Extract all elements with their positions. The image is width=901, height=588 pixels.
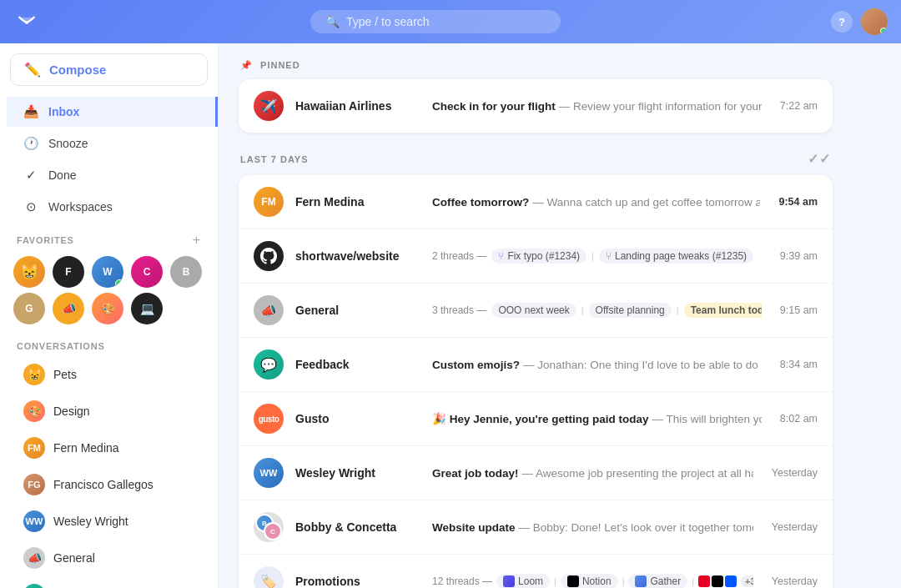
pin-icon: 📌 xyxy=(240,60,253,70)
email-body: 2 threads — ⑂ Fix typo (#1234) | ⑂ Landi… xyxy=(432,249,762,264)
email-subject: Great job today! xyxy=(432,467,519,480)
favorite-avatar-3[interactable]: W xyxy=(92,256,123,288)
favorites-section-label: FAVORITES + xyxy=(0,223,218,253)
conv-item-general[interactable]: 📣 General xyxy=(7,540,211,575)
favorite-avatar-6[interactable]: G xyxy=(13,293,45,324)
conv-label: General xyxy=(53,551,95,565)
email-avatar: gusto xyxy=(254,404,284,434)
add-favorite-button[interactable]: + xyxy=(193,233,201,248)
sidebar: ✏️ Compose 📥 Inbox 🕐 Snooze ✓ Done ⊙ Wor… xyxy=(0,43,219,588)
email-body: 🎉 Hey Jennie, you're getting paid today … xyxy=(432,412,762,425)
thread-badge: OOO next week xyxy=(491,303,576,318)
inbox-icon: 📥 xyxy=(23,104,38,119)
thread-count: 12 threads — xyxy=(432,575,492,587)
thread-badge: ⑂ Fix typo (#1234) xyxy=(491,249,586,264)
conv-item-pets[interactable]: 😸 Pets xyxy=(7,357,211,392)
email-avatar: B C xyxy=(254,512,284,542)
favorite-avatar-7[interactable]: 📣 xyxy=(53,293,84,324)
conv-avatar-fern: FM xyxy=(23,437,45,459)
promo-more-badge: +3 xyxy=(741,575,753,587)
favorite-avatar-1[interactable]: 😸 xyxy=(13,256,45,288)
email-row[interactable]: 💬 Feedback Custom emojis? — Jonathan: On… xyxy=(239,338,833,392)
pinned-label: 📌 PINNED xyxy=(240,60,300,71)
favorite-avatar-8[interactable]: 🎨 xyxy=(92,293,123,324)
search-icon: 🔍 xyxy=(325,15,340,28)
email-time: 9:39 am xyxy=(780,250,818,262)
email-avatar: ✈️ xyxy=(254,91,284,121)
topbar-actions: ? xyxy=(831,8,888,35)
sidebar-item-workspaces[interactable]: ⊙ Workspaces xyxy=(7,192,211,222)
email-row[interactable]: ✈️ Hawaiian Airlines Check in for your f… xyxy=(239,79,833,133)
email-sender: Feedback xyxy=(295,358,420,371)
email-body: 12 threads — Loom | Notion | xyxy=(432,574,753,588)
conv-label: Fern Medina xyxy=(53,441,119,455)
sidebar-item-label: Done xyxy=(48,168,76,182)
email-time: 8:02 am xyxy=(780,413,818,425)
help-button[interactable]: ? xyxy=(831,11,853,33)
email-row[interactable]: gusto Gusto 🎉 Hey Jennie, you're getting… xyxy=(239,392,833,446)
email-row[interactable]: shortwave/website 2 threads — ⑂ Fix typo… xyxy=(239,229,833,284)
workspaces-icon: ⊙ xyxy=(23,199,38,214)
last7days-section-header: LAST 7 DAYS ✓✓ xyxy=(239,151,833,167)
email-preview: — Bobby: Done! Let's look over it togeth… xyxy=(519,521,753,534)
email-row[interactable]: B C Bobby & Concetta Website update — Bo… xyxy=(239,500,833,555)
conv-item-bobby[interactable]: BT Bobby Tables xyxy=(7,577,211,588)
email-row[interactable]: FM Fern Medina Coffee tomorrow? — Wanna … xyxy=(239,175,833,229)
email-avatar: WW xyxy=(254,458,284,488)
favorite-avatar-9[interactable]: 💻 xyxy=(131,293,163,324)
email-row[interactable]: 📣 General 3 threads — OOO next week | Of… xyxy=(239,284,833,338)
email-time: 9:15 am xyxy=(780,304,818,316)
content-area: 📌 PINNED ✈️ Hawaiian Airlines Check in f… xyxy=(219,43,901,588)
email-avatar: 🏷️ xyxy=(254,566,284,588)
sidebar-item-done[interactable]: ✓ Done xyxy=(7,160,211,190)
thread-badge: Team lunch today! xyxy=(684,303,762,318)
conv-label: Wesley Wright xyxy=(53,515,128,528)
email-body: Great job today! — Awesome job presentin… xyxy=(432,467,753,480)
mark-all-read-button[interactable]: ✓✓ xyxy=(808,151,831,167)
last7days-label: LAST 7 DAYS xyxy=(240,154,309,164)
email-subject: Check in for your flight xyxy=(432,100,556,113)
main-layout: ✏️ Compose 📥 Inbox 🕐 Snooze ✓ Done ⊙ Wor… xyxy=(0,43,901,588)
thread-badge: Offsite planning xyxy=(589,303,672,318)
conv-item-fern[interactable]: FM Fern Medina xyxy=(7,430,211,465)
search-placeholder: Type / to search xyxy=(346,15,430,28)
favorite-avatar-5[interactable]: B xyxy=(170,256,202,288)
email-time: Yesterday xyxy=(772,521,818,533)
email-body: Coffee tomorrow? — Wanna catch up and ge… xyxy=(432,196,760,209)
conv-item-design[interactable]: 🎨 Design xyxy=(7,394,211,429)
online-indicator xyxy=(880,28,887,34)
conv-label: Pets xyxy=(53,368,77,381)
compose-button[interactable]: ✏️ Compose xyxy=(10,53,208,86)
pinned-section-header: 📌 PINNED xyxy=(239,60,833,71)
email-sender: Fern Medina xyxy=(295,195,420,209)
favorite-avatar-2[interactable]: F xyxy=(53,256,84,288)
conv-item-francisco[interactable]: FG Francisco Gallegos xyxy=(7,467,211,502)
sidebar-item-inbox[interactable]: 📥 Inbox xyxy=(7,97,218,127)
email-preview: — Awesome job presenting the project at … xyxy=(522,467,753,480)
sidebar-item-snooze[interactable]: 🕐 Snooze xyxy=(7,128,211,158)
pinned-email-list: ✈️ Hawaiian Airlines Check in for your f… xyxy=(239,79,833,133)
app-logo xyxy=(13,8,40,35)
conv-avatar-general: 📣 xyxy=(23,547,45,569)
email-sender: Gusto xyxy=(295,412,420,425)
thread-badge: ⑂ Landing page tweaks (#1235) xyxy=(599,249,753,264)
email-row[interactable]: 🏷️ Promotions 12 threads — Loom | Notion xyxy=(239,555,833,588)
thread-count: 3 threads — xyxy=(432,304,486,316)
conv-label: Design xyxy=(53,405,90,418)
done-icon: ✓ xyxy=(23,168,38,183)
user-avatar[interactable] xyxy=(861,8,888,35)
favorite-avatar-4[interactable]: C xyxy=(131,256,163,288)
thread-count: 2 threads — xyxy=(432,250,486,262)
email-subject: Custom emojis? xyxy=(432,359,520,371)
email-preview: — Review your flight information for you… xyxy=(559,100,762,113)
search-bar[interactable]: 🔍 Type / to search xyxy=(50,10,821,33)
conv-avatar-francisco: FG xyxy=(23,474,45,495)
email-row[interactable]: WW Wesley Wright Great job today! — Awes… xyxy=(239,446,833,500)
conv-item-wesley[interactable]: WW Wesley Wright xyxy=(7,504,211,539)
email-avatar: 📣 xyxy=(254,295,284,325)
topbar: 🔍 Type / to search ? xyxy=(0,0,901,43)
email-time: 7:22 am xyxy=(780,100,818,112)
email-avatar: 💬 xyxy=(254,349,284,379)
favorites-grid: 😸 F W C B G 📣 🎨 xyxy=(0,253,218,331)
email-sender: shortwave/website xyxy=(295,249,420,263)
